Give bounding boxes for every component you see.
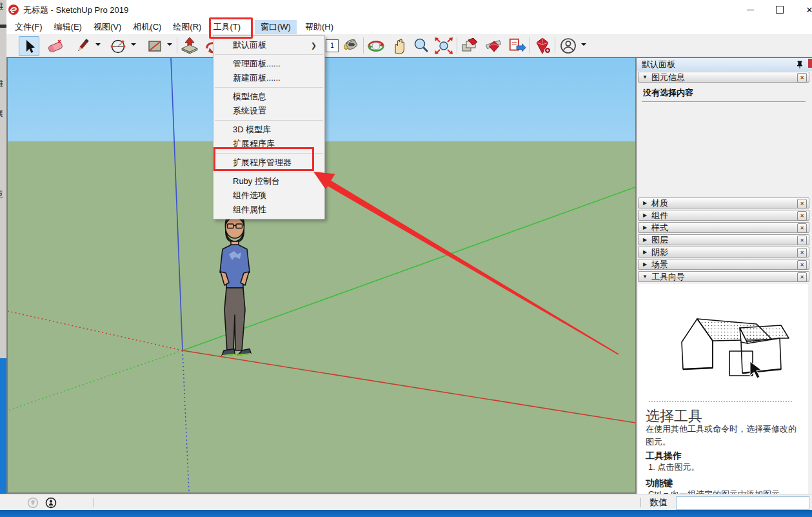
instructor-description: 在使用其他工具或命令时，选择要修改的图元。 bbox=[646, 423, 799, 448]
section-instructor[interactable]: ▼ 工具向导 ✕ bbox=[638, 271, 809, 282]
menu-camera[interactable]: 相机(C) bbox=[127, 20, 167, 34]
arc-tool-button[interactable] bbox=[108, 36, 128, 55]
pan-hand-icon bbox=[390, 37, 408, 55]
push-pull-tool-button[interactable] bbox=[180, 36, 199, 55]
orbit-icon bbox=[366, 37, 386, 55]
section-close-icon[interactable]: ✕ bbox=[797, 73, 807, 83]
share-model-button[interactable] bbox=[508, 36, 527, 55]
geolocation-icon[interactable] bbox=[27, 497, 39, 509]
section-close-icon[interactable]: ✕ bbox=[797, 211, 807, 221]
eraser-icon bbox=[46, 37, 64, 54]
instructor-keys-item: Ctrl = 向一组选定的图元中添加图元 bbox=[648, 488, 807, 494]
menu-draw[interactable]: 绘图(R) bbox=[167, 20, 207, 34]
section-close-icon[interactable]: ✕ bbox=[797, 199, 807, 208]
eraser-tool-button[interactable] bbox=[46, 36, 65, 55]
zoom-icon bbox=[412, 37, 430, 55]
section-materials[interactable]: ▶ 材质 ✕ bbox=[638, 198, 809, 208]
rectangle-tool-dropdown[interactable] bbox=[167, 43, 172, 48]
paint-bucket-icon bbox=[341, 37, 361, 55]
tray-header: 默认面板 bbox=[637, 58, 812, 71]
credits-icon[interactable] bbox=[45, 497, 57, 509]
title-bar: 无标题 - SketchUp Pro 2019 ✕ bbox=[6, 0, 812, 19]
menu-file[interactable]: 文件(F) bbox=[9, 20, 48, 34]
menu-item-new-panel[interactable]: 新建面板...... bbox=[213, 71, 324, 85]
menu-item-model-info[interactable]: 模型信息 bbox=[213, 90, 324, 104]
section-label: 工具向导 bbox=[651, 271, 685, 283]
taskbar-edge bbox=[0, 510, 812, 517]
tray-close-partial[interactable] bbox=[808, 59, 812, 68]
line-tool-button[interactable] bbox=[73, 36, 92, 55]
menu-help[interactable]: 帮助(H) bbox=[299, 20, 339, 34]
menu-edit[interactable]: 编辑(E) bbox=[48, 20, 88, 34]
menu-item-3d-warehouse[interactable]: 3D 模型库 bbox=[213, 123, 324, 137]
collapsed-triangle-icon: ▶ bbox=[639, 225, 651, 230]
zoom-tool-button[interactable] bbox=[411, 36, 431, 55]
menu-item-ruby-console[interactable]: Ruby 控制台 bbox=[213, 174, 324, 188]
window-title: 无标题 - SketchUp Pro 2019 bbox=[23, 5, 128, 16]
menu-item-preferences[interactable]: 系统设置 bbox=[213, 104, 324, 118]
account-dropdown[interactable] bbox=[581, 43, 586, 48]
3d-warehouse-icon bbox=[460, 37, 480, 55]
background-window-sliver: 维 维 襄 重 bbox=[0, 0, 6, 510]
zoom-extents-icon bbox=[434, 37, 453, 55]
app-window: 维 维 襄 重 无标题 - SketchUp Pro 2019 ✕ 文件(F) … bbox=[0, 0, 812, 517]
push-pull-icon bbox=[180, 37, 199, 55]
section-label: 图元信息 bbox=[651, 72, 685, 83]
measurement-input[interactable] bbox=[676, 496, 809, 510]
menu-window[interactable]: 窗口(W) bbox=[255, 20, 297, 34]
section-styles[interactable]: ▶ 样式 ✕ bbox=[638, 222, 809, 233]
account-person-icon bbox=[559, 37, 577, 55]
annotation-rect-extension-manager bbox=[213, 147, 314, 171]
dimension-tool-partial[interactable]: 1 bbox=[325, 36, 339, 55]
rectangle-tool-button[interactable] bbox=[145, 36, 164, 55]
section-close-icon[interactable]: ✕ bbox=[797, 248, 807, 258]
extension-manager-button[interactable] bbox=[533, 36, 552, 55]
status-bar: 数值 bbox=[0, 494, 812, 510]
warehouse-3d-button[interactable] bbox=[460, 36, 480, 55]
zoom-extents-tool-button[interactable] bbox=[434, 36, 453, 55]
select-tool-button[interactable] bbox=[19, 36, 39, 56]
collapsed-triangle-icon: ▶ bbox=[639, 249, 651, 255]
maximize-button[interactable] bbox=[765, 1, 795, 19]
menu-view[interactable]: 视图(V) bbox=[88, 20, 127, 34]
instructor-panel: 选择工具 在使用其他工具或命令时，选择要修改的图元。 工具操作 1. 点击图元。… bbox=[638, 284, 808, 494]
line-tool-dropdown[interactable] bbox=[95, 43, 101, 48]
section-label: 阴影 bbox=[651, 247, 668, 258]
section-entity-info[interactable]: ▼ 图元信息 ✕ bbox=[638, 72, 809, 83]
account-button[interactable] bbox=[559, 36, 578, 55]
section-close-icon[interactable]: ✕ bbox=[797, 260, 807, 270]
menu-item-manage-panels[interactable]: 管理面板...... bbox=[213, 57, 324, 71]
section-components[interactable]: ▶ 组件 ✕ bbox=[638, 210, 809, 221]
extension-warehouse-button[interactable] bbox=[484, 36, 504, 55]
menu-item-component-options[interactable]: 组件选项 bbox=[213, 188, 324, 203]
instructor-ops-item: 1. 点击图元。 bbox=[648, 461, 699, 474]
collapsed-triangle-icon: ▶ bbox=[639, 261, 651, 267]
pan-tool-button[interactable] bbox=[389, 36, 408, 55]
menu-bar: 文件(F) 编辑(E) 视图(V) 相机(C) 绘图(R) 工具(T) 窗口(W… bbox=[6, 19, 812, 34]
menu-item-component-attributes[interactable]: 组件属性 bbox=[213, 203, 324, 217]
section-close-icon[interactable]: ✕ bbox=[797, 223, 807, 233]
default-tray-panel: 默认面板 ▼ 图元信息 ✕ 没有选择内容 ▶ 材质 ✕ ▶ 组件 ✕ bbox=[637, 57, 812, 494]
section-scenes[interactable]: ▶ 场景 ✕ bbox=[638, 259, 809, 270]
menu-item-default-panels[interactable]: 默认面板❯ bbox=[213, 38, 324, 52]
arc-icon bbox=[108, 37, 128, 54]
pin-icon[interactable] bbox=[796, 61, 804, 68]
section-shadows[interactable]: ▶ 阴影 ✕ bbox=[638, 247, 809, 258]
entity-info-message: 没有选择内容 bbox=[643, 87, 693, 99]
minimize-button[interactable] bbox=[735, 1, 765, 19]
window-menu-popup: 默认面板❯ 管理面板...... 新建面板...... 模型信息 系统设置 3D… bbox=[213, 35, 325, 219]
submenu-arrow-icon: ❯ bbox=[311, 41, 317, 50]
expanded-triangle-icon: ▼ bbox=[639, 74, 651, 80]
orbit-tool-button[interactable] bbox=[366, 36, 386, 55]
collapsed-triangle-icon: ▶ bbox=[639, 200, 651, 206]
pencil-icon bbox=[74, 37, 92, 54]
section-close-icon[interactable]: ✕ bbox=[797, 236, 807, 245]
measurement-label: 数值 bbox=[649, 497, 668, 509]
section-close-icon[interactable]: ✕ bbox=[797, 272, 807, 282]
section-layers[interactable]: ▶ 图层 ✕ bbox=[638, 234, 809, 245]
arc-tool-dropdown[interactable] bbox=[131, 43, 136, 48]
paint-bucket-tool-button[interactable] bbox=[341, 36, 361, 55]
section-label: 材质 bbox=[651, 198, 668, 209]
close-button[interactable]: ✕ bbox=[795, 1, 812, 19]
entity-info-body: 没有选择内容 bbox=[638, 84, 809, 198]
